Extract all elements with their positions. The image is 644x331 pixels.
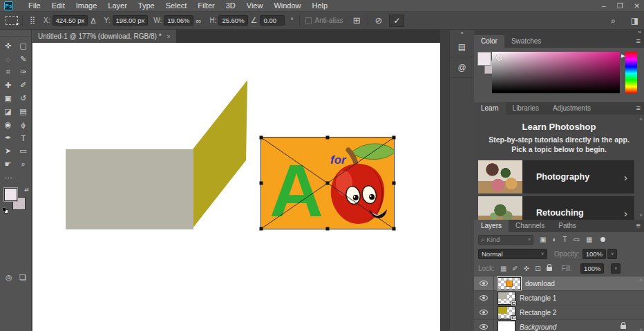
- lasso-tool[interactable]: ◌: [1, 53, 16, 66]
- saturation-brightness-field[interactable]: [492, 52, 620, 93]
- document-tab-close-icon[interactable]: ×: [167, 33, 171, 40]
- visibility-eye-icon[interactable]: [480, 324, 488, 330]
- collapse-dock-icon[interactable]: »: [638, 29, 641, 35]
- minimize-button[interactable]: –: [602, 0, 606, 12]
- tab-adjustments[interactable]: Adjustments: [546, 102, 598, 115]
- move-tool[interactable]: ✜: [1, 39, 16, 53]
- tab-paths[interactable]: Paths: [551, 220, 583, 232]
- relative-position-icon[interactable]: Δ: [91, 17, 95, 25]
- layer-row-background[interactable]: Background ˅: [474, 320, 644, 331]
- lock-transparency-icon[interactable]: ▦: [500, 265, 506, 272]
- transform-handle-top-center[interactable]: [326, 136, 330, 140]
- warp-mode-icon[interactable]: ⊞: [353, 15, 361, 26]
- crop-tool[interactable]: ⌗: [1, 66, 16, 79]
- height-input[interactable]: 25.60%: [218, 15, 247, 26]
- color-picker-circle[interactable]: [496, 55, 502, 61]
- canvas[interactable]: A for: [32, 43, 440, 331]
- lock-pixels-icon[interactable]: ✐: [512, 265, 518, 272]
- free-transform-bounding-box[interactable]: [261, 138, 394, 229]
- layer-thumbnail[interactable]: [498, 292, 515, 304]
- expand-dock-icon[interactable]: «: [450, 30, 474, 37]
- rectangle-shape-tool[interactable]: ▭: [16, 144, 31, 158]
- menu-help[interactable]: Help: [307, 0, 334, 12]
- learn-panel-menu-icon[interactable]: ≡: [636, 104, 641, 112]
- rectangular-marquee-tool[interactable]: ▢: [16, 39, 31, 53]
- learn-card-retouching[interactable]: Retouching ›: [478, 196, 634, 220]
- menu-select[interactable]: Select: [160, 0, 193, 12]
- angle-input[interactable]: 0.00: [260, 15, 285, 26]
- hand-tool[interactable]: ☛: [1, 158, 16, 171]
- transform-handle-middle-left[interactable]: [260, 182, 263, 185]
- opacity-input[interactable]: 100%: [583, 249, 606, 259]
- dodge-tool[interactable]: ϕ: [16, 118, 31, 131]
- hue-slider[interactable]: [625, 52, 637, 93]
- menu-file[interactable]: File: [23, 0, 46, 12]
- layer-row-rectangle-1[interactable]: Rectangle 1: [474, 291, 644, 305]
- type-tool[interactable]: T: [16, 131, 31, 144]
- hue-slider-arrow[interactable]: ▶: [621, 53, 625, 59]
- tab-layers[interactable]: Layers: [474, 220, 509, 232]
- history-brush-tool[interactable]: ↺: [16, 92, 31, 105]
- document-tab[interactable]: Untitled-1 @ 177% (download, RGB/8) * ×: [32, 30, 176, 43]
- filter-smart-objects-icon[interactable]: ▦: [586, 236, 592, 243]
- edit-toolbar-icon[interactable]: ⋯: [5, 173, 31, 182]
- tab-color[interactable]: Color: [474, 35, 504, 48]
- swap-colors-icon[interactable]: ⇄: [24, 187, 29, 193]
- menu-3d[interactable]: 3D: [220, 0, 241, 12]
- layer-row-download[interactable]: download ˄: [474, 276, 644, 291]
- close-button[interactable]: ✕: [634, 0, 640, 12]
- layers-panel-menu-icon[interactable]: ≡: [636, 221, 641, 229]
- y-input[interactable]: 198.00 px: [113, 15, 149, 26]
- clone-stamp-tool[interactable]: ▣: [1, 92, 16, 105]
- menu-type[interactable]: Type: [133, 0, 160, 12]
- quick-selection-tool[interactable]: ✎: [16, 53, 31, 66]
- brush-tool[interactable]: ✐: [16, 79, 31, 92]
- default-colors-icon[interactable]: [2, 207, 8, 214]
- x-input[interactable]: 424.50 px: [53, 15, 88, 26]
- visibility-eye-icon[interactable]: [480, 295, 488, 301]
- scroll-down-icon[interactable]: ˅: [639, 327, 643, 331]
- filter-toggle-icon[interactable]: [600, 237, 605, 242]
- filter-type-layers-icon[interactable]: T: [563, 236, 567, 243]
- history-panel-icon[interactable]: ▤: [450, 37, 474, 57]
- commit-transform-icon[interactable]: ✓: [389, 15, 404, 27]
- spot-healing-brush-tool[interactable]: ✚: [1, 79, 16, 92]
- menu-window[interactable]: Window: [268, 0, 306, 12]
- layer-thumbnail[interactable]: [498, 321, 515, 331]
- transform-handle-top-right[interactable]: [392, 136, 396, 140]
- visibility-eye-icon[interactable]: [480, 310, 488, 315]
- filter-pixel-layers-icon[interactable]: ▣: [540, 236, 546, 243]
- tab-learn[interactable]: Learn: [474, 102, 506, 115]
- transform-reference-point[interactable]: [326, 182, 330, 185]
- anti-alias-checkbox[interactable]: [305, 17, 312, 23]
- menu-view[interactable]: View: [241, 0, 269, 12]
- transform-handle-bottom-right[interactable]: [392, 227, 396, 231]
- transform-handle-middle-right[interactable]: [392, 182, 396, 185]
- transform-handle-top-left[interactable]: [260, 136, 263, 140]
- comments-panel-icon[interactable]: @: [450, 57, 474, 78]
- lock-position-icon[interactable]: ✜: [524, 265, 529, 272]
- transform-handle-bottom-left[interactable]: [260, 227, 263, 231]
- scroll-up-icon[interactable]: ˄: [639, 277, 643, 283]
- scroll-down-icon[interactable]: ˅: [639, 212, 643, 218]
- filter-kind-select[interactable]: ⌕ Kind ˅: [478, 235, 533, 245]
- link-dimensions-icon[interactable]: ∞: [196, 17, 202, 25]
- width-input[interactable]: 19.06%: [164, 15, 193, 26]
- tab-channels[interactable]: Channels: [509, 220, 551, 232]
- menu-layer[interactable]: Layer: [102, 0, 133, 12]
- search-icon[interactable]: ⌕: [611, 16, 616, 26]
- blur-tool[interactable]: ◉: [1, 118, 16, 131]
- fill-input[interactable]: 100%: [580, 263, 604, 274]
- tab-libraries[interactable]: Libraries: [506, 102, 546, 115]
- filter-adjustment-layers-icon[interactable]: ◐: [552, 236, 556, 243]
- gradient-tool[interactable]: ▤: [16, 105, 31, 118]
- tab-swatches[interactable]: Swatches: [504, 35, 548, 48]
- blend-mode-select[interactable]: Normal ˅: [478, 249, 547, 259]
- screen-mode-icon[interactable]: ❏: [19, 273, 26, 282]
- menu-filter[interactable]: Filter: [192, 0, 220, 12]
- fill-dropdown-icon[interactable]: ˅: [611, 263, 621, 274]
- reference-point-icon[interactable]: ⣿: [30, 16, 35, 25]
- opacity-dropdown-icon[interactable]: ˅: [607, 249, 617, 259]
- cancel-transform-icon[interactable]: ⊘: [375, 15, 383, 26]
- eyedropper-tool[interactable]: ✑: [16, 66, 31, 79]
